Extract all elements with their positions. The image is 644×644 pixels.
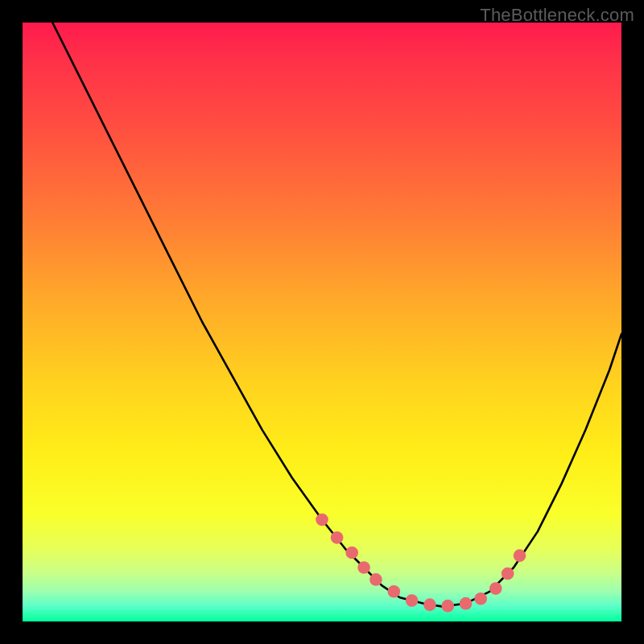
curve-marker-point — [514, 549, 526, 562]
curve-marker-point — [406, 594, 419, 607]
curve-line — [52, 23, 621, 606]
curve-marker-point — [331, 531, 344, 544]
curve-marker-point — [460, 597, 473, 610]
curve-marker-point — [357, 561, 370, 574]
curve-marker-point — [423, 598, 436, 611]
curve-marker-point — [369, 573, 382, 586]
curve-markers — [316, 514, 526, 613]
curve-marker-point — [441, 600, 454, 613]
curve-marker-point — [316, 514, 328, 526]
curve-svg — [23, 23, 621, 621]
curve-marker-point — [489, 582, 502, 595]
curve-marker-point — [474, 592, 487, 605]
curve-marker-point — [345, 547, 358, 559]
watermark-text: TheBottleneck.com — [480, 5, 634, 26]
plot-area — [23, 23, 621, 621]
curve-marker-point — [502, 568, 514, 580]
chart-stage: TheBottleneck.com — [0, 0, 644, 644]
curve-marker-point — [387, 585, 400, 598]
